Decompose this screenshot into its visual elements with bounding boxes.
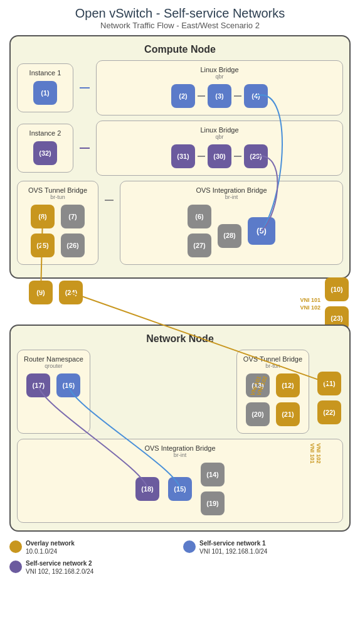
node-14-19-group: (14) (19) bbox=[199, 461, 226, 517]
network-node-box: Network Node Router Namespace qrouter (1… bbox=[9, 325, 351, 532]
dash-31-30 bbox=[198, 156, 205, 157]
node-15: (15) bbox=[168, 477, 192, 501]
instance1-label: Instance 1 bbox=[24, 69, 66, 77]
node-11: (11) bbox=[317, 372, 341, 395]
connector-1-2 bbox=[80, 87, 90, 89]
dash-2-3 bbox=[198, 95, 205, 97]
compute-node-label: Compute Node bbox=[17, 44, 343, 55]
node-26: (26) bbox=[61, 233, 85, 257]
network-ovs-int-box: OVS Integration Bridge br-int (18) (15) … bbox=[17, 439, 343, 523]
node-6-27-group: (6) (27) bbox=[186, 203, 213, 259]
node-29: (29) bbox=[244, 144, 268, 168]
legend: Overlay network 10.0.1.0/24 Self-service… bbox=[9, 539, 351, 576]
node-30: (30) bbox=[208, 144, 231, 168]
ovs-int-label: OVS Integration Bridge bbox=[127, 186, 336, 194]
node-25: (25) bbox=[31, 233, 55, 257]
node-19: (19) bbox=[201, 491, 225, 515]
legend-dot-overlay bbox=[9, 540, 22, 553]
node-20: (20) bbox=[246, 402, 270, 426]
node-32: (32) bbox=[33, 141, 57, 165]
router-box: Router Namespace qrouter (17) (16) bbox=[17, 350, 90, 434]
node-12-21-group: (12) (21) bbox=[274, 372, 302, 428]
right-side-group: VNI 101 VNI 102 (10) (23) bbox=[300, 276, 351, 332]
linux-bridge1-sublabel: qbr bbox=[103, 73, 336, 80]
ovs-tunnel-label: OVS Tunnel Bridge bbox=[24, 186, 92, 194]
vni-102-top: VNI 102 bbox=[300, 304, 320, 311]
router-sublabel: qrouter bbox=[24, 363, 83, 369]
vni-101-top: VNI 101 bbox=[300, 297, 320, 303]
ovs-tunnel-sublabel: br-tun bbox=[24, 194, 92, 200]
node-28: (28) bbox=[218, 224, 241, 248]
dash-3-4 bbox=[234, 95, 241, 97]
node-9: (9) bbox=[29, 281, 53, 304]
ovs-int-sublabel: br-int bbox=[127, 194, 336, 200]
legend-text-network1: Self-service network 1 VNI 101, 192.168.… bbox=[199, 539, 267, 555]
node-8: (8) bbox=[31, 205, 55, 228]
connector-32-31 bbox=[80, 148, 90, 149]
node-2: (2) bbox=[171, 84, 195, 108]
linux-bridge2-label: Linux Bridge bbox=[103, 126, 336, 134]
node-18: (18) bbox=[135, 477, 159, 501]
node-31: (31) bbox=[171, 144, 195, 168]
node-10: (10) bbox=[325, 277, 349, 301]
node-13-20-group: (13) (20) bbox=[244, 372, 272, 428]
instance2-label: Instance 2 bbox=[24, 129, 66, 137]
node-5: (5) bbox=[248, 217, 275, 245]
router-label: Router Namespace bbox=[24, 355, 83, 363]
node-16: (16) bbox=[56, 373, 80, 397]
ovs-int-box: OVS Integration Bridge br-int (6) (27) (… bbox=[120, 181, 343, 265]
sub-title: Network Traffic Flow - East/West Scenari… bbox=[9, 21, 351, 30]
node-1: (1) bbox=[33, 81, 57, 105]
legend-text-overlay: Overlay network 10.0.1.0/24 bbox=[26, 539, 75, 555]
tunnel-int-connector bbox=[105, 200, 114, 201]
legend-dot-network1 bbox=[183, 540, 196, 553]
node-24: (24) bbox=[59, 281, 83, 304]
node-27: (27) bbox=[188, 233, 211, 257]
compute-row-2: Instance 2 (32) Linux Bridge qbr (31) (3… bbox=[17, 121, 343, 176]
linux-bridge1-box: Linux Bridge qbr (2) (3) (4) bbox=[96, 60, 343, 115]
instance2-box: Instance 2 (32) bbox=[17, 124, 73, 173]
node-8-25-group: (8) (25) bbox=[29, 203, 56, 259]
network-ovs-tunnel-sublabel: br-tun bbox=[243, 363, 302, 369]
tunnel-external-area: (9) (24) VNI 101 VNI 102 (10) (23) bbox=[9, 276, 351, 319]
legend-text-network2: Self-service network 2 VNI 102, 192.168.… bbox=[26, 559, 93, 576]
network-ovs-tunnel-box: OVS Tunnel Bridge br-tun (13) (20) (12) … bbox=[236, 350, 309, 434]
node-22: (22) bbox=[317, 400, 341, 424]
main-title: Open vSwitch - Self-service Networks bbox=[9, 6, 351, 21]
node-3: (3) bbox=[208, 84, 231, 108]
legend-overlay: Overlay network 10.0.1.0/24 bbox=[9, 539, 177, 555]
compute-row-1: Instance 1 (1) Linux Bridge qbr (2) (3) bbox=[17, 60, 343, 115]
linux-bridge1-label: Linux Bridge bbox=[103, 66, 336, 73]
node-21: (21) bbox=[276, 402, 300, 426]
vni-labels-top: VNI 101 VNI 102 bbox=[300, 297, 320, 311]
compute-row-3: OVS Tunnel Bridge br-tun (8) (25) (7) (2… bbox=[17, 181, 343, 265]
network-top-row: Router Namespace qrouter (17) (16) OVS T… bbox=[17, 350, 343, 434]
network-ovs-int-sublabel: br-int bbox=[24, 452, 336, 458]
network-ovs-int-label: OVS Integration Bridge bbox=[24, 444, 336, 452]
legend-dot-network2 bbox=[9, 561, 22, 573]
node-6: (6) bbox=[188, 205, 211, 228]
node-7: (7) bbox=[61, 205, 85, 228]
ovs-tunnel-box: OVS Tunnel Bridge br-tun (8) (25) (7) (2… bbox=[17, 181, 98, 265]
linux-bridge2-sublabel: qbr bbox=[103, 134, 336, 140]
node-12: (12) bbox=[276, 373, 300, 397]
diagram: Compute Node Instance 1 (1) Linux Bridge… bbox=[9, 35, 351, 576]
node-13: (13) bbox=[246, 373, 270, 397]
node-17: (17) bbox=[26, 373, 50, 397]
node-14: (14) bbox=[201, 463, 225, 486]
legend-network1: Self-service network 1 VNI 101, 192.168.… bbox=[183, 539, 351, 555]
linux-bridge2-box: Linux Bridge qbr (31) (30) (29) bbox=[96, 121, 343, 176]
spacer bbox=[97, 350, 230, 434]
node-10-23-group: (10) (23) bbox=[323, 276, 351, 332]
network-ovs-tunnel-label: OVS Tunnel Bridge bbox=[243, 355, 302, 363]
node-7-26-group: (7) (26) bbox=[59, 203, 87, 259]
node-9-24-group: (9) (24) bbox=[27, 279, 85, 306]
node-11-22-group: (11) (22) bbox=[315, 350, 343, 434]
network-node-label: Network Node bbox=[17, 333, 343, 345]
dash-30-29 bbox=[234, 156, 241, 157]
instance1-box: Instance 1 (1) bbox=[17, 63, 73, 112]
legend-network2: Self-service network 2 VNI 102, 192.168.… bbox=[9, 559, 177, 576]
compute-node-box: Compute Node Instance 1 (1) Linux Bridge… bbox=[9, 35, 351, 279]
node-4: (4) bbox=[244, 84, 268, 108]
